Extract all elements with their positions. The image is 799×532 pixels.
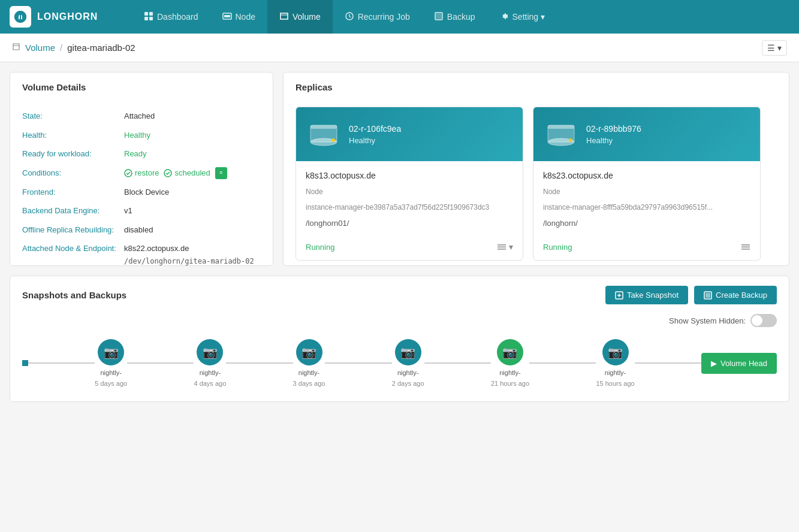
replicas-grid: 02-r-106fc9ea Healthy k8s13.octopusx.de … bbox=[284, 102, 789, 265]
timeline-line-1 bbox=[127, 362, 194, 364]
node-icon bbox=[222, 11, 232, 23]
breadcrumb: Volume / gitea-mariadb-02 bbox=[12, 43, 135, 53]
snapshot-time-5: 21 hours ago bbox=[491, 380, 529, 387]
replica-2-health: Healthy bbox=[586, 136, 641, 145]
svg-rect-25 bbox=[548, 125, 574, 129]
breadcrumb-bar: Volume / gitea-mariadb-02 ☰ ▾ bbox=[0, 34, 799, 62]
snapshot-icon-4[interactable]: 📷 bbox=[395, 339, 421, 365]
dashboard-icon bbox=[144, 11, 153, 23]
snapshots-section: Snapshots and Backups Take Snapshot Crea… bbox=[10, 276, 789, 402]
nav-volume-label: Volume bbox=[293, 12, 321, 22]
nav-node[interactable]: Node bbox=[210, 0, 267, 34]
replica-1-status: Running bbox=[306, 243, 334, 252]
snapshot-item-3: 📷 nightly- 3 days ago bbox=[293, 339, 325, 387]
replica-1-node-label: Node bbox=[306, 185, 513, 198]
volume-icon bbox=[279, 11, 289, 23]
breadcrumb-root-icon bbox=[12, 43, 20, 53]
nav-recurring-job-label: Recurring Job bbox=[358, 12, 410, 22]
snapshots-title: Snapshots and Backups bbox=[22, 290, 126, 300]
volume-details-panel: Volume Details State: Attached Health: H… bbox=[10, 72, 273, 266]
snapshot-time-1: 5 days ago bbox=[95, 380, 127, 387]
replica-1-actions[interactable]: ▾ bbox=[497, 242, 513, 252]
volume-head-label: Volume Head bbox=[720, 359, 767, 368]
svg-rect-20 bbox=[498, 244, 506, 246]
chevron-down-icon: ▾ bbox=[777, 43, 782, 53]
timeline-line-2 bbox=[226, 362, 293, 364]
take-snapshot-button[interactable]: Take Snapshot bbox=[605, 286, 688, 304]
nav-backup-label: Backup bbox=[447, 12, 475, 22]
replica-2-instance-manager: instance-manager-8fff5a59bda29797a9963d9… bbox=[543, 201, 750, 214]
snapshots-actions: Take Snapshot Create Backup bbox=[605, 286, 777, 304]
replica-2-actions[interactable] bbox=[741, 242, 750, 252]
snapshot-icon-5[interactable]: 📷 bbox=[497, 339, 523, 365]
create-backup-button[interactable]: Create Backup bbox=[694, 286, 777, 304]
detail-state: State: Attached bbox=[22, 107, 261, 126]
volume-details-body: State: Attached Health: Healthy Ready fo… bbox=[10, 102, 273, 265]
endpoint-path: /dev/longhorn/gitea-mariadb-02 bbox=[124, 256, 254, 266]
timeline-line-5 bbox=[529, 362, 596, 364]
nav-dashboard[interactable]: Dashboard bbox=[132, 0, 210, 34]
snapshot-label-4: nightly- bbox=[397, 369, 418, 376]
backend-value: v1 bbox=[124, 205, 132, 217]
list-icon: ☰ bbox=[767, 43, 775, 53]
svg-rect-10 bbox=[436, 14, 441, 19]
svg-point-28 bbox=[569, 138, 572, 142]
conditions-label: Conditions: bbox=[22, 167, 124, 179]
svg-rect-21 bbox=[498, 247, 506, 248]
offline-rebuild-label: Offline Replica Rebuilding: bbox=[22, 224, 124, 236]
nav-node-label: Node bbox=[236, 12, 255, 22]
condition-scheduled: scheduled bbox=[164, 167, 210, 179]
svg-rect-6 bbox=[224, 15, 230, 17]
detail-backend: Backend Data Engine: v1 bbox=[22, 201, 261, 220]
replica-1-health: Healthy bbox=[349, 136, 401, 145]
snapshot-icon-2[interactable]: 📷 bbox=[197, 339, 223, 365]
breadcrumb-separator: / bbox=[60, 43, 62, 53]
detail-conditions: Conditions: restore scheduled ≡ bbox=[22, 164, 261, 183]
gear-icon bbox=[499, 11, 509, 23]
nav-setting[interactable]: Setting ▾ bbox=[487, 0, 557, 34]
svg-rect-3 bbox=[144, 17, 148, 20]
detail-ready: Ready for workload: Ready bbox=[22, 144, 261, 164]
snapshot-item-5: 📷 nightly- 21 hours ago bbox=[491, 339, 529, 387]
snapshot-time-2: 4 days ago bbox=[194, 380, 226, 387]
svg-rect-1 bbox=[144, 12, 148, 16]
svg-rect-30 bbox=[741, 247, 750, 248]
nav-recurring-job[interactable]: Recurring Job bbox=[333, 0, 422, 34]
replica-1-id: 02-r-106fc9ea bbox=[349, 124, 401, 134]
stack-icon: ≡ bbox=[215, 167, 227, 179]
nav-backup[interactable]: Backup bbox=[422, 0, 487, 34]
svg-rect-31 bbox=[741, 249, 750, 250]
ready-label: Ready for workload: bbox=[22, 148, 124, 160]
timeline-line-6 bbox=[635, 362, 701, 364]
take-snapshot-label: Take Snapshot bbox=[627, 291, 679, 300]
snapshot-item-6: 📷 nightly- 15 hours ago bbox=[596, 339, 634, 387]
volume-head-button[interactable]: ▶ Volume Head bbox=[701, 353, 777, 374]
snapshot-item-4: 📷 nightly- 2 days ago bbox=[392, 339, 424, 387]
snapshot-time-6: 15 hours ago bbox=[596, 380, 634, 387]
replica-1-path: /longhorn01/ bbox=[306, 216, 513, 230]
snapshot-label-5: nightly- bbox=[499, 369, 520, 376]
navbar: LONGHORN Dashboard Node Volume Recurring… bbox=[0, 0, 799, 34]
replicas-panel: Replicas 02-r-106fc9ea Healthy bbox=[283, 72, 789, 266]
snapshots-timeline: 📷 nightly- 5 days ago 📷 nightly- 4 days … bbox=[22, 334, 777, 392]
replica-card-2: 02-r-89bbb976 Healthy k8s23.octopusx.de … bbox=[533, 107, 761, 261]
replica-card-header-1: 02-r-106fc9ea Healthy bbox=[296, 107, 523, 161]
timeline-line-3 bbox=[325, 362, 391, 364]
snapshot-icon-1[interactable]: 📷 bbox=[98, 339, 124, 365]
show-hidden-label: Show System Hidden: bbox=[669, 316, 746, 325]
view-toggle[interactable]: ☰ ▾ bbox=[762, 40, 787, 56]
svg-rect-2 bbox=[149, 12, 153, 16]
clock-icon bbox=[345, 11, 354, 23]
snapshot-icon-3[interactable]: 📷 bbox=[296, 339, 322, 365]
nav-items: Dashboard Node Volume Recurring Job Back… bbox=[132, 0, 557, 34]
brand: LONGHORN bbox=[0, 0, 132, 34]
replica-1-header-info: 02-r-106fc9ea Healthy bbox=[349, 124, 401, 145]
breadcrumb-root[interactable]: Volume bbox=[25, 43, 55, 53]
snapshot-icon-6[interactable]: 📷 bbox=[602, 339, 629, 365]
replica-1-instance-manager: instance-manager-be3987a5a37ad7f56d225f1… bbox=[306, 201, 513, 214]
show-hidden-toggle[interactable] bbox=[750, 314, 777, 327]
snapshots-header: Snapshots and Backups Take Snapshot Crea… bbox=[22, 286, 777, 304]
state-label: State: bbox=[22, 110, 124, 122]
nav-volume[interactable]: Volume bbox=[267, 0, 333, 34]
snapshot-label-1: nightly- bbox=[100, 369, 121, 376]
